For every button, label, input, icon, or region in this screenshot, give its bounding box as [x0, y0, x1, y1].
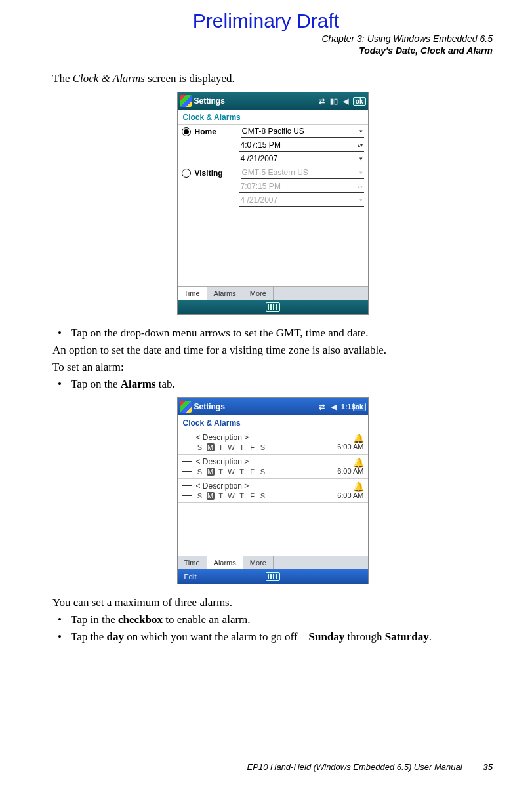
- alarm-row[interactable]: < Description >SMTWTFS🔔6:00 AM: [178, 430, 368, 455]
- chevron-down-icon: ▾: [359, 128, 363, 134]
- tab-time[interactable]: Time: [178, 287, 207, 300]
- ok-button[interactable]: ok: [353, 97, 366, 106]
- day-toggle[interactable]: F: [249, 443, 256, 451]
- section-line: Today's Date, Clock and Alarm: [52, 45, 493, 56]
- chevron-down-icon: ▾: [359, 169, 363, 176]
- start-icon[interactable]: [180, 401, 192, 413]
- alarm-row[interactable]: < Description >SMTWTFS🔔6:00 AM: [178, 455, 368, 479]
- alarm-checkbox[interactable]: [182, 485, 192, 496]
- spinner-icon: ▴▾: [358, 184, 363, 190]
- page-number: 35: [483, 762, 493, 772]
- start-icon[interactable]: [180, 95, 192, 107]
- row-home-tz: Home GMT-8 Pacific US ▾: [178, 125, 368, 138]
- chevron-down-icon: ▾: [359, 155, 363, 162]
- radio-visiting[interactable]: [182, 169, 191, 178]
- dropdown-visiting-time[interactable]: 7:07:15 PM ▴▾: [239, 180, 364, 193]
- tab-more[interactable]: More: [243, 287, 274, 300]
- titlebar: Settings ⇄ ▮▯ ◀ ok: [178, 92, 368, 110]
- tab-alarms[interactable]: Alarms: [207, 556, 243, 569]
- day-toggle[interactable]: M: [207, 492, 215, 500]
- alarm-checkbox[interactable]: [182, 437, 192, 447]
- day-toggle[interactable]: F: [249, 492, 256, 500]
- bell-icon[interactable]: 🔔: [337, 482, 363, 491]
- alarm-time[interactable]: 6:00 AM: [337, 443, 363, 451]
- tab-more[interactable]: More: [243, 556, 274, 569]
- volume-icon[interactable]: ◀: [329, 403, 338, 411]
- day-toggle[interactable]: T: [238, 443, 246, 451]
- day-toggle[interactable]: T: [217, 443, 225, 451]
- day-toggle[interactable]: T: [238, 492, 246, 500]
- alarm-days: SMTWTFS: [196, 443, 334, 451]
- day-toggle[interactable]: W: [228, 443, 235, 451]
- row-visiting-date: 4 /21/2007 ▾: [178, 193, 368, 207]
- day-toggle[interactable]: T: [217, 468, 225, 476]
- manual-title: EP10 Hand-Held (Windows Embedded 6.5) Us…: [247, 762, 462, 772]
- signal-icon[interactable]: ▮▯: [329, 97, 338, 106]
- dropdown-visiting-date[interactable]: 4 /21/2007 ▾: [239, 194, 364, 207]
- day-toggle[interactable]: T: [217, 492, 225, 500]
- screenshot-clock-time: Settings ⇄ ▮▯ ◀ ok Clock & Alarms Home G…: [177, 92, 369, 315]
- radio-home[interactable]: [182, 127, 191, 136]
- alarm-time[interactable]: 6:00 AM: [337, 467, 363, 475]
- bullet-2: Tap on the Alarms tab.: [52, 378, 493, 391]
- alarm-time[interactable]: 6:00 AM: [337, 491, 363, 499]
- subheader: Clock & Alarms: [178, 415, 368, 430]
- day-toggle[interactable]: S: [259, 492, 267, 500]
- volume-icon[interactable]: ◀: [341, 97, 350, 106]
- softkey-bar: [178, 300, 368, 314]
- title-text: Settings: [194, 96, 315, 106]
- screenshot-clock-alarms: Settings ⇄ ◀ 1:18 ok Clock & Alarms < De…: [177, 397, 369, 584]
- dropdown-home-date[interactable]: 4 /21/2007 ▾: [239, 153, 364, 165]
- dropdown-home-time[interactable]: 4:07:15 PM ▴▾: [239, 139, 364, 152]
- bell-icon[interactable]: 🔔: [337, 434, 363, 443]
- tab-alarms[interactable]: Alarms: [207, 287, 243, 300]
- dropdown-visiting-timezone[interactable]: GMT-5 Eastern US ▾: [241, 167, 364, 179]
- alarm-description[interactable]: < Description >: [196, 481, 334, 491]
- bullet-1: Tap on the drop-down menu arrows to set …: [52, 327, 493, 340]
- alarm-days: SMTWTFS: [196, 468, 334, 476]
- subheader: Clock & Alarms: [178, 110, 368, 125]
- para-1: The Clock & Alarms screen is displayed.: [52, 72, 493, 85]
- bullet-3: Tap in the checkbox to enable an alarm.: [52, 613, 493, 626]
- day-toggle[interactable]: S: [259, 443, 267, 451]
- titlebar: Settings ⇄ ◀ 1:18 ok: [178, 398, 368, 415]
- label-home: Home: [195, 127, 234, 136]
- alarm-checkbox[interactable]: [182, 461, 192, 472]
- day-toggle[interactable]: S: [196, 443, 204, 451]
- day-toggle[interactable]: W: [228, 492, 235, 500]
- alarm-description[interactable]: < Description >: [196, 433, 334, 442]
- alarm-row[interactable]: < Description >SMTWTFS🔔6:00 AM: [178, 479, 368, 503]
- dropdown-home-timezone[interactable]: GMT-8 Pacific US ▾: [241, 125, 364, 138]
- page-footer: EP10 Hand-Held (Windows Embedded 6.5) Us…: [52, 762, 493, 772]
- chapter-header: Chapter 3: Using Windows Embedded 6.5 To…: [52, 33, 493, 56]
- day-toggle[interactable]: F: [249, 468, 256, 476]
- connectivity-icon[interactable]: ⇄: [317, 403, 327, 411]
- bell-icon[interactable]: 🔔: [337, 458, 363, 467]
- day-toggle[interactable]: M: [207, 443, 215, 451]
- day-toggle[interactable]: W: [228, 468, 235, 476]
- clock-text[interactable]: 1:18: [341, 403, 350, 411]
- alarm-description[interactable]: < Description >: [196, 457, 334, 466]
- bullet-4: Tap the day on which you want the alarm …: [52, 630, 493, 643]
- tab-time[interactable]: Time: [178, 556, 207, 569]
- day-toggle[interactable]: T: [238, 468, 246, 476]
- para-4: You can set a maximum of three alarms.: [52, 596, 493, 609]
- softkey-edit[interactable]: Edit: [184, 573, 197, 580]
- watermark: Preliminary Draft: [0, 10, 532, 32]
- tab-bar: Time Alarms More: [178, 286, 368, 300]
- row-home-time: 4:07:15 PM ▴▾: [178, 138, 368, 152]
- alarm-days: SMTWTFS: [196, 492, 334, 500]
- day-toggle[interactable]: S: [196, 468, 204, 476]
- keyboard-icon[interactable]: [266, 572, 280, 581]
- chapter-line: Chapter 3: Using Windows Embedded 6.5: [52, 33, 493, 45]
- softkey-bar: Edit: [178, 569, 368, 584]
- keyboard-icon[interactable]: [266, 302, 280, 312]
- tab-bar: Time Alarms More: [178, 556, 368, 569]
- day-toggle[interactable]: S: [259, 468, 267, 476]
- connectivity-icon[interactable]: ⇄: [317, 97, 327, 106]
- row-visiting-time: 7:07:15 PM ▴▾: [178, 180, 368, 193]
- day-toggle[interactable]: M: [207, 468, 215, 476]
- spinner-icon: ▴▾: [358, 142, 363, 148]
- day-toggle[interactable]: S: [196, 492, 204, 500]
- chevron-down-icon: ▾: [359, 197, 363, 203]
